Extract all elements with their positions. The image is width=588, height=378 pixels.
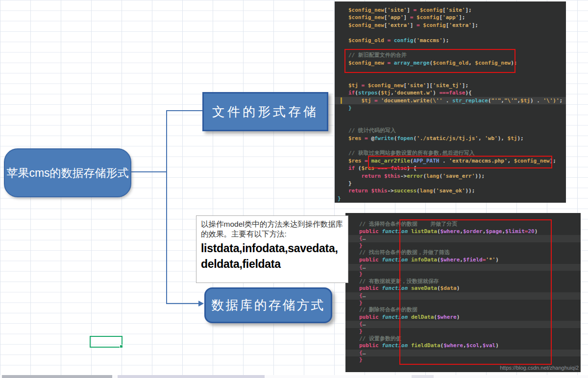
connector-branch-vertical: [166, 110, 167, 304]
selected-cell-outline[interactable]: [90, 336, 122, 348]
code-listing-config-merge: $config_new['site'] = $config['site'];$c…: [335, 1, 566, 202]
connector-to-file-box: [166, 110, 202, 111]
code-listing-model-methods: // 选择符合条件的数据 并做了分页public function listDa…: [345, 213, 581, 364]
arrowhead-icon: [198, 301, 204, 307]
taskbar-segment: [2, 375, 112, 378]
shape-root-box[interactable]: 苹果cms的数据存储形式: [4, 148, 131, 197]
connector-root-to-branch: [130, 171, 167, 172]
taskbar-segment: [118, 375, 265, 378]
shape-db-storage-box[interactable]: 数据库的存储方式: [204, 287, 332, 323]
csdn-watermark-url: https://blog.csdn.net/zhanghuiqi2: [500, 365, 579, 371]
code-screenshot-model-methods[interactable]: // 选择符合条件的数据 并做了分页public function listDa…: [345, 213, 581, 372]
note-intro-text: 以操作model类中的方法来达到操作数据库的效果。主要有以下方法:: [201, 219, 343, 239]
file-box-label: 文件的形式存储: [212, 103, 318, 120]
db-box-label: 数据库的存储方式: [212, 297, 325, 314]
note-method-list: listdata,infodata,savedata,deldata,field…: [201, 240, 343, 272]
note-textbox[interactable]: 以操作model类中的方法来达到操作数据库的效果。主要有以下方法: listda…: [196, 215, 348, 283]
excel-sheet-canvas[interactable]: 苹果cms的数据存储形式 文件的形式存储 数据库的存储方式 以操作model类中…: [0, 0, 588, 378]
connector-to-db-box: [166, 303, 199, 304]
shape-file-storage-box[interactable]: 文件的形式存储: [202, 92, 328, 131]
fill-handle[interactable]: [120, 345, 123, 348]
taskbar-sliver: [0, 375, 588, 378]
root-box-label: 苹果cms的数据存储形式: [6, 165, 128, 181]
taskbar-segment: [412, 375, 434, 378]
code-screenshot-config-save[interactable]: $config_new['site'] = $config['site'];$c…: [335, 1, 566, 203]
